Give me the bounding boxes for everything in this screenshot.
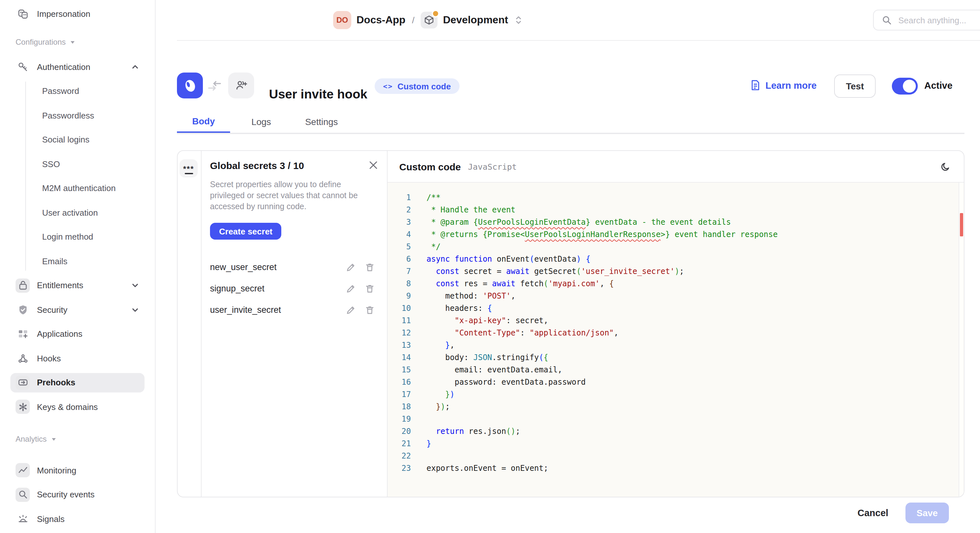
code-line[interactable]: 4 * @returns {Promise<UserPoolsLoginHand… xyxy=(388,228,964,241)
edit-secret-icon[interactable] xyxy=(346,305,356,315)
code-line[interactable]: 17 }) xyxy=(388,389,964,401)
environment-selector-icon[interactable] xyxy=(515,15,522,25)
sidebar-item-prehooks[interactable]: Prehooks xyxy=(10,373,145,392)
line-number: 6 xyxy=(388,253,411,265)
active-toggle[interactable] xyxy=(892,78,918,95)
secrets-panel-icon[interactable]: *** xyxy=(180,159,198,178)
test-button[interactable]: Test xyxy=(834,75,876,98)
sidebar-item-sso[interactable]: SSO xyxy=(26,154,155,174)
code-line[interactable]: 16 password: eventData.password xyxy=(388,376,964,389)
code-line[interactable]: 21} xyxy=(388,438,964,450)
code-line[interactable]: 20 return res.json(); xyxy=(388,425,964,438)
cancel-button[interactable]: Cancel xyxy=(854,503,892,523)
code-line[interactable]: 5 */ xyxy=(388,241,964,253)
breadcrumb-environment[interactable]: Development xyxy=(443,14,508,26)
code-text: const secret = await getSecret('user_inv… xyxy=(426,265,684,278)
line-number: 19 xyxy=(388,413,411,425)
delete-secret-icon[interactable] xyxy=(365,262,375,272)
tab-body[interactable]: Body xyxy=(177,110,230,133)
app-badge[interactable]: DO xyxy=(333,11,351,29)
code-text: "x-api-key": secret, xyxy=(426,315,548,327)
code-line[interactable]: 15 email: eventData.email, xyxy=(388,364,964,376)
code-line[interactable]: 12 "Content-Type": "application/json", xyxy=(388,327,964,339)
code-line[interactable]: 1/** xyxy=(388,192,964,204)
environment-icon[interactable] xyxy=(421,12,438,29)
dark-mode-icon[interactable] xyxy=(940,162,950,171)
tab-bar-divider xyxy=(177,133,964,134)
code-icon: <> xyxy=(383,82,393,90)
sidebar-item-label: Hooks xyxy=(37,353,61,363)
code-editor[interactable]: 1/**2 * Handle the event3 * @param {User… xyxy=(388,182,964,497)
breadcrumb-app-name[interactable]: Docs-App xyxy=(356,14,406,26)
sidebar-item-m2m-authentication[interactable]: M2M authentication xyxy=(26,178,155,198)
sidebar-item-label: Security events xyxy=(37,490,95,499)
chevron-down-icon[interactable] xyxy=(131,281,139,289)
search-bar[interactable]: ⌘ K xyxy=(873,10,980,30)
delete-secret-icon[interactable] xyxy=(365,283,375,294)
learn-more-link[interactable]: Learn more xyxy=(751,80,817,90)
sidebar-item-security[interactable]: Security xyxy=(10,300,145,319)
sidebar-section-label: Configurations xyxy=(16,38,66,47)
code-text: "Content-Type": "application/json", xyxy=(426,327,619,339)
global-secrets-description: Secret properties allow you to define pr… xyxy=(210,179,367,213)
sidebar-item-passwordless[interactable]: Passwordless xyxy=(26,106,155,125)
line-number: 3 xyxy=(388,216,411,228)
global-secrets-title: Global secrets 3 / 10 xyxy=(210,160,378,171)
toggle-knob xyxy=(903,80,916,93)
code-text: }); xyxy=(426,401,450,413)
code-line[interactable]: 22 xyxy=(388,450,964,462)
sidebar-item-authentication[interactable]: Authentication xyxy=(10,57,145,76)
signals-icon xyxy=(16,512,30,526)
code-line[interactable]: 11 "x-api-key": secret, xyxy=(388,315,964,327)
sidebar-item-hooks[interactable]: Hooks xyxy=(10,348,145,368)
hook-body-card: *** Global secrets 3 / 10 Secret propert… xyxy=(177,150,964,497)
sidebar-item-password[interactable]: Password xyxy=(26,81,155,101)
save-button[interactable]: Save xyxy=(905,503,949,523)
sidebar-item-social-logins[interactable]: Social logins xyxy=(26,130,155,149)
edit-secret-icon[interactable] xyxy=(346,262,356,272)
code-line[interactable]: 18 }); xyxy=(388,401,964,413)
sidebar-item-entitlements[interactable]: Entitlements xyxy=(10,276,145,295)
sidebar-section-analytics[interactable]: Analytics xyxy=(10,431,145,447)
line-number: 5 xyxy=(388,241,411,253)
code-line[interactable]: 8 const res = await fetch('myapi.com', { xyxy=(388,278,964,290)
code-line[interactable]: 3 * @param {UserPoolsLoginEventData} eve… xyxy=(388,216,964,228)
code-line[interactable]: 23exports.onEvent = onEvent; xyxy=(388,462,964,475)
code-line[interactable]: 6async function onEvent(eventData) { xyxy=(388,253,964,265)
edit-secret-icon[interactable] xyxy=(346,283,356,294)
tab-settings[interactable]: Settings xyxy=(292,110,351,133)
tab-logs[interactable]: Logs xyxy=(237,110,286,133)
editor-scrollbar[interactable] xyxy=(959,182,964,497)
code-line[interactable]: 9 method: 'POST', xyxy=(388,290,964,303)
sidebar-item-signals[interactable]: Signals xyxy=(10,509,145,528)
code-line[interactable]: 10 headers: { xyxy=(388,303,964,315)
secret-name: user_invite_secret xyxy=(210,305,346,315)
sidebar-section-configurations[interactable]: Configurations xyxy=(10,34,145,51)
sidebar-item-applications[interactable]: Applications xyxy=(10,324,145,344)
code-text: * @returns {Promise<UserPoolsLoginHandle… xyxy=(426,228,778,241)
close-icon[interactable] xyxy=(369,160,378,170)
chevron-down-icon[interactable] xyxy=(131,305,139,314)
delete-secret-icon[interactable] xyxy=(365,305,375,315)
sidebar-item-security-events[interactable]: Security events xyxy=(10,485,145,504)
line-number: 1 xyxy=(388,192,411,204)
create-secret-button[interactable]: Create secret xyxy=(210,223,282,240)
sidebar-item-monitoring[interactable]: Monitoring xyxy=(10,460,145,480)
sidebar-item-user-activation[interactable]: User activation xyxy=(26,203,155,222)
code-line[interactable]: 2 * Handle the event xyxy=(388,204,964,216)
code-text: } xyxy=(426,438,431,450)
code-text: async function onEvent(eventData) { xyxy=(426,253,590,265)
sidebar-item-login-method[interactable]: Login method xyxy=(26,227,155,246)
code-line[interactable]: 14 body: JSON.stringify({ xyxy=(388,352,964,364)
sidebar-item-keys-domains[interactable]: Keys & domains xyxy=(10,397,145,416)
sidebar-item-impersonation[interactable]: Impersonation xyxy=(10,4,145,23)
header-divider xyxy=(177,40,980,41)
chevron-up-icon[interactable] xyxy=(131,62,139,71)
code-line[interactable]: 7 const secret = await getSecret('user_i… xyxy=(388,265,964,278)
code-line[interactable]: 13 }, xyxy=(388,339,964,352)
code-text: }, xyxy=(426,339,455,352)
code-text: const res = await fetch('myapi.com', { xyxy=(426,278,614,290)
code-line[interactable]: 19 xyxy=(388,413,964,425)
sidebar-item-emails[interactable]: Emails xyxy=(26,251,155,271)
search-input[interactable] xyxy=(897,14,980,25)
